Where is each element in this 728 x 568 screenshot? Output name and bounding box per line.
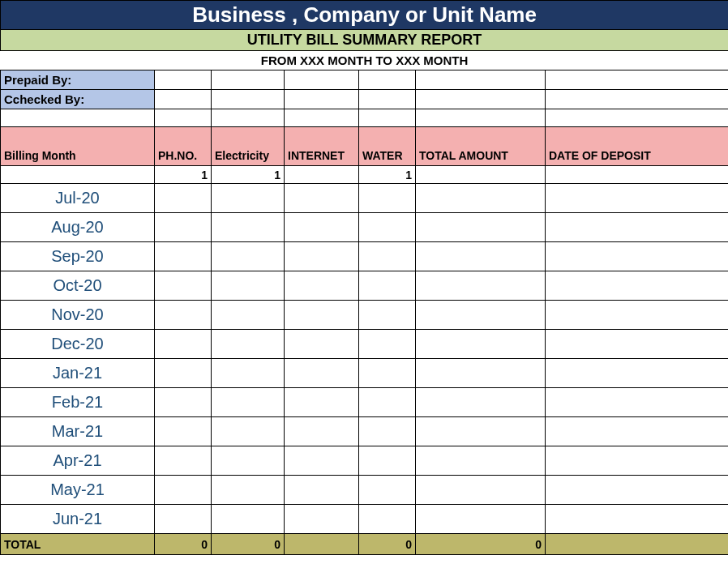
month-cell[interactable]: Mar-21 [1,417,155,446]
data-cell[interactable] [212,330,285,359]
data-cell[interactable] [155,242,212,271]
month-cell[interactable]: Dec-20 [1,330,155,359]
data-cell[interactable] [155,213,212,242]
data-cell[interactable] [416,446,546,476]
period-text: FROM XXX MONTH TO XXX MONTH [1,51,729,70]
data-cell[interactable] [416,271,546,301]
data-cell[interactable] [212,417,285,446]
data-cell[interactable] [155,359,212,388]
data-cell[interactable] [212,271,285,301]
table-row: Nov-20 [1,301,729,330]
data-cell[interactable] [416,184,546,213]
data-cell[interactable] [359,388,416,417]
data-cell[interactable] [285,388,359,417]
table-row: Feb-21 [1,388,729,417]
data-cell[interactable] [155,476,212,505]
data-cell[interactable] [416,330,546,359]
checked-value[interactable] [155,90,212,109]
data-cell[interactable] [546,184,729,213]
data-cell[interactable] [416,359,546,388]
data-cell[interactable] [359,301,416,330]
data-cell[interactable] [359,184,416,213]
data-cell[interactable] [546,505,729,534]
month-cell[interactable]: Jun-21 [1,505,155,534]
init-phno[interactable]: 1 [155,166,212,184]
data-cell[interactable] [359,476,416,505]
init-water[interactable]: 1 [359,166,416,184]
data-cell[interactable] [416,476,546,505]
data-cell[interactable] [212,301,285,330]
month-cell[interactable]: Feb-21 [1,388,155,417]
data-cell[interactable] [285,301,359,330]
data-cell[interactable] [416,213,546,242]
data-cell[interactable] [359,505,416,534]
col-total-amount: TOTAL AMOUNT [416,127,546,166]
month-cell[interactable]: Sep-20 [1,242,155,271]
month-cell[interactable]: Nov-20 [1,301,155,330]
data-cell[interactable] [285,330,359,359]
table-row: Sep-20 [1,242,729,271]
data-cell[interactable] [359,359,416,388]
data-cell[interactable] [212,446,285,476]
data-cell[interactable] [546,476,729,505]
data-cell[interactable] [546,213,729,242]
data-cell[interactable] [359,242,416,271]
month-cell[interactable]: May-21 [1,476,155,505]
data-cell[interactable] [546,417,729,446]
subtitle-text: UTILITY BILL SUMMARY REPORT [1,30,729,51]
data-cell[interactable] [546,388,729,417]
data-cell[interactable] [155,505,212,534]
data-cell[interactable] [212,476,285,505]
month-cell[interactable]: Jul-20 [1,184,155,213]
data-cell[interactable] [546,359,729,388]
data-cell[interactable] [212,242,285,271]
data-cell[interactable] [285,505,359,534]
data-cell[interactable] [359,213,416,242]
month-cell[interactable]: Jan-21 [1,359,155,388]
init-internet[interactable] [285,166,359,184]
data-cell[interactable] [416,388,546,417]
data-cell[interactable] [155,184,212,213]
data-cell[interactable] [212,505,285,534]
data-cell[interactable] [546,301,729,330]
data-cell[interactable] [155,271,212,301]
table-row: Mar-21 [1,417,729,446]
data-cell[interactable] [285,359,359,388]
col-water: WATER [359,127,416,166]
data-cell[interactable] [285,271,359,301]
init-electricity[interactable]: 1 [212,166,285,184]
data-cell[interactable] [546,242,729,271]
data-cell[interactable] [416,301,546,330]
data-cell[interactable] [155,301,212,330]
data-cell[interactable] [155,388,212,417]
data-cell[interactable] [155,446,212,476]
data-cell[interactable] [359,330,416,359]
month-cell[interactable]: Oct-20 [1,271,155,301]
total-amount: 0 [416,534,546,555]
data-cell[interactable] [285,213,359,242]
data-cell[interactable] [212,359,285,388]
data-cell[interactable] [359,446,416,476]
month-cell[interactable]: Aug-20 [1,213,155,242]
data-cell[interactable] [285,184,359,213]
data-cell[interactable] [546,330,729,359]
data-cell[interactable] [546,446,729,476]
data-cell[interactable] [212,213,285,242]
data-cell[interactable] [416,242,546,271]
data-cell[interactable] [416,417,546,446]
month-cell[interactable]: Apr-21 [1,446,155,476]
data-cell[interactable] [546,271,729,301]
prepaid-value[interactable] [155,70,212,90]
data-cell[interactable] [359,417,416,446]
data-cell[interactable] [285,242,359,271]
data-cell[interactable] [285,446,359,476]
data-cell[interactable] [285,476,359,505]
data-cell[interactable] [212,388,285,417]
data-cell[interactable] [155,417,212,446]
data-cell[interactable] [416,505,546,534]
data-cell[interactable] [359,271,416,301]
data-cell[interactable] [212,184,285,213]
data-cell[interactable] [285,417,359,446]
table-row: May-21 [1,476,729,505]
data-cell[interactable] [155,330,212,359]
